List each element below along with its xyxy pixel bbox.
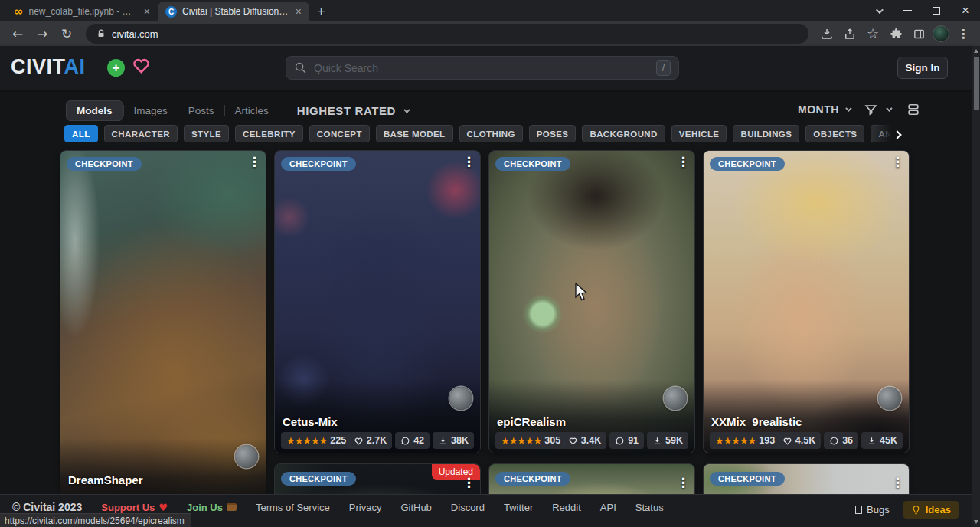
download-icon[interactable] <box>818 25 836 43</box>
card-menu-kebab-icon[interactable]: ⋮ <box>462 154 475 169</box>
creator-avatar[interactable] <box>235 445 258 468</box>
comment-icon <box>400 436 410 446</box>
comments-pill: 36 <box>824 432 858 449</box>
footer-link-join-us[interactable]: Join Us <box>187 502 237 513</box>
filter-funnel-icon[interactable] <box>864 103 878 117</box>
browser-tab-civitai[interactable]: C Civitai | Stable Diffusion models, × <box>158 2 309 21</box>
new-tab-button[interactable]: + <box>317 4 325 18</box>
side-panel-icon[interactable] <box>910 25 928 43</box>
browser-menu-kebab-icon[interactable]: ⋮ <box>954 25 972 43</box>
period-dropdown[interactable]: MONTH <box>798 103 850 116</box>
chip-style[interactable]: STYLE <box>184 125 229 142</box>
reload-button[interactable]: ↻ <box>57 26 77 41</box>
comment-icon <box>829 436 839 446</box>
search-icon <box>294 61 307 74</box>
chip-celebrity[interactable]: CELEBRITY <box>235 125 303 142</box>
footer-link-reddit[interactable]: Reddit <box>552 502 581 513</box>
tab-search-button[interactable] <box>864 0 893 21</box>
footer-link-api[interactable]: API <box>600 502 616 513</box>
creator-avatar[interactable] <box>449 387 472 410</box>
period-label: MONTH <box>798 103 839 116</box>
browser-profile-avatar[interactable] <box>933 25 949 42</box>
star-rating-icons: ★★★★★ <box>501 435 541 447</box>
chip-objects[interactable]: OBJECTS <box>805 125 864 142</box>
chip-vehicle[interactable]: VEHICLE <box>671 125 727 142</box>
card-menu-kebab-icon[interactable]: ⋮ <box>462 475 475 490</box>
sort-dropdown[interactable]: HIGHEST RATED <box>297 104 408 117</box>
model-card-cetus-mix[interactable]: CHECKPOINT ⋮ Cetus-Mix ★★★★★ 225 2.7K 42… <box>274 150 481 453</box>
bookmark-star-icon[interactable]: ☆ <box>864 25 882 43</box>
tab-models[interactable]: Models <box>66 100 123 121</box>
extensions-puzzle-icon[interactable] <box>887 25 905 43</box>
footer-link-status[interactable]: Status <box>635 502 664 513</box>
search-input[interactable] <box>314 62 649 74</box>
layout-toggle-icon[interactable] <box>906 102 921 117</box>
footer-link-discord[interactable]: Discord <box>451 502 485 513</box>
footer-links: © Civitai 2023 Support Us♥ Join Us Terms… <box>12 501 664 513</box>
share-icon[interactable] <box>841 25 859 43</box>
page-scrollbar[interactable] <box>972 46 980 527</box>
tab-close-icon[interactable]: × <box>294 6 303 17</box>
chevron-down-icon <box>875 6 883 14</box>
card-menu-kebab-icon[interactable]: ⋮ <box>248 154 261 169</box>
tab-close-icon[interactable]: × <box>142 6 152 17</box>
tab-posts[interactable]: Posts <box>178 101 224 120</box>
chip-base-model[interactable]: BASE MODEL <box>376 125 453 142</box>
chip-background[interactable]: BACKGROUND <box>582 125 665 142</box>
footer-link-github[interactable]: GitHub <box>400 502 431 513</box>
minimize-button[interactable] <box>893 0 922 21</box>
bugs-button[interactable]: Bugs <box>855 504 890 516</box>
ideas-button[interactable]: Ideas <box>903 501 959 519</box>
filter-controls: MONTH <box>798 102 921 117</box>
checkpoint-badge: CHECKPOINT <box>710 157 785 171</box>
scrollbar-thumb[interactable] <box>974 57 979 110</box>
tab-articles[interactable]: Articles <box>225 101 279 120</box>
create-model-button[interactable]: + <box>107 59 125 77</box>
checkpoint-badge: CHECKPOINT <box>495 157 570 171</box>
card-menu-kebab-icon[interactable]: ⋮ <box>891 154 904 169</box>
creator-avatar[interactable] <box>878 387 901 410</box>
footer-link-privacy[interactable]: Privacy <box>349 502 382 513</box>
chip-concept[interactable]: CONCEPT <box>309 125 370 142</box>
comments-count: 91 <box>628 435 639 446</box>
creator-avatar[interactable] <box>664 387 687 410</box>
card-menu-kebab-icon[interactable]: ⋮ <box>891 475 904 490</box>
civitai-logo[interactable]: CIVITAI <box>11 55 86 79</box>
footer-link-support-us[interactable]: Support Us♥ <box>101 502 168 513</box>
chip-all[interactable]: ALL <box>64 125 98 142</box>
chip-poses[interactable]: POSES <box>529 125 577 142</box>
maximize-button[interactable] <box>922 0 951 21</box>
footer-link-terms[interactable]: Terms of Service <box>256 502 330 513</box>
address-bar[interactable]: civitai.com <box>86 24 808 44</box>
stat-pills: 2.7K 42 38K <box>348 432 474 449</box>
window-controls: × <box>864 0 980 21</box>
chevron-down-icon[interactable] <box>886 105 892 111</box>
forward-button[interactable]: → <box>32 26 52 41</box>
model-card-epicrealism[interactable]: CHECKPOINT ⋮ epiCRealism ★★★★★ 305 3.4K … <box>488 150 695 453</box>
chip-buildings[interactable]: BUILDINGS <box>733 125 799 142</box>
chip-character[interactable]: CHARACTER <box>104 125 178 142</box>
card-menu-kebab-icon[interactable]: ⋮ <box>677 475 690 490</box>
footer-link-twitter[interactable]: Twitter <box>504 502 533 513</box>
scroll-up-arrow-icon[interactable] <box>974 49 978 53</box>
model-card-dreamshaper[interactable]: CHECKPOINT ⋮ DreamShaper <box>60 150 266 512</box>
rating-count: 305 <box>544 435 560 446</box>
checkpoint-badge: CHECKPOINT <box>281 157 356 171</box>
card-menu-kebab-icon[interactable]: ⋮ <box>677 154 690 169</box>
tab-images[interactable]: Images <box>124 101 178 120</box>
search-bar[interactable]: / <box>286 56 679 80</box>
search-shortcut-key: / <box>656 60 671 76</box>
sign-in-button[interactable]: Sign In <box>897 57 948 79</box>
likes-pill: 4.5K <box>777 432 821 449</box>
chip-clothing[interactable]: CLOTHING <box>459 125 523 142</box>
model-card-xxmix[interactable]: CHECKPOINT ⋮ XXMix_9realistic ★★★★★ 193 … <box>703 150 910 453</box>
back-button[interactable]: ← <box>8 26 28 41</box>
lock-icon <box>96 29 106 38</box>
chips-scroll-right-button[interactable] <box>873 125 906 144</box>
browser-tab-colab[interactable]: ∞ new_colab_file.ipynb - Colaborat × <box>6 2 158 21</box>
favorites-heart-icon[interactable] <box>131 55 152 75</box>
colab-icon: ∞ <box>14 5 24 18</box>
window-close-button[interactable]: × <box>951 0 980 21</box>
scroll-down-arrow-icon[interactable] <box>974 520 978 524</box>
download-icon <box>652 436 662 446</box>
